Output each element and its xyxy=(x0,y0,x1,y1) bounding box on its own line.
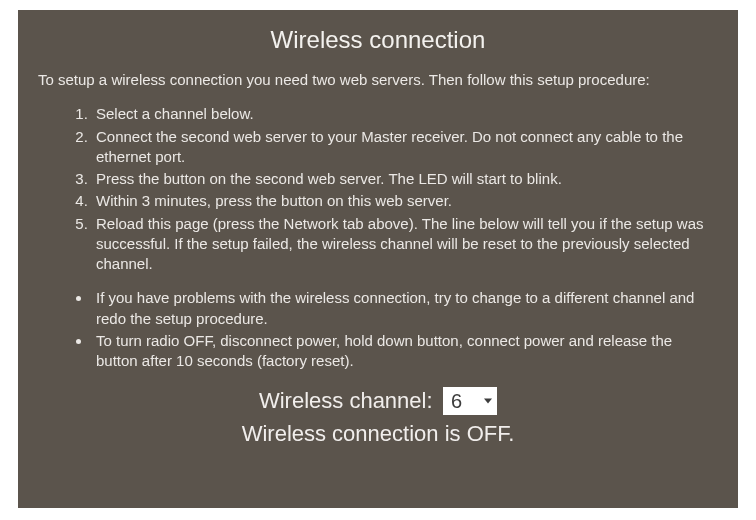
channel-select[interactable]: 6 xyxy=(443,387,497,415)
step-item: Reload this page (press the Network tab … xyxy=(92,214,718,275)
steps-list: Select a channel below. Connect the seco… xyxy=(38,104,718,274)
step-item: Connect the second web server to your Ma… xyxy=(92,127,718,168)
connection-status: Wireless connection is OFF. xyxy=(38,421,718,447)
step-item: Select a channel below. xyxy=(92,104,718,124)
channel-row: Wireless channel: 6 xyxy=(38,387,718,415)
notes-list: If you have problems with the wireless c… xyxy=(38,288,718,371)
channel-label: Wireless channel: xyxy=(259,388,433,413)
step-item: Within 3 minutes, press the button on th… xyxy=(92,191,718,211)
note-item: If you have problems with the wireless c… xyxy=(92,288,718,329)
channel-select-value: 6 xyxy=(451,390,462,412)
step-item: Press the button on the second web serve… xyxy=(92,169,718,189)
note-item: To turn radio OFF, disconnect power, hol… xyxy=(92,331,718,372)
page-title: Wireless connection xyxy=(38,26,718,54)
chevron-down-icon xyxy=(484,399,492,404)
wireless-panel: Wireless connection To setup a wireless … xyxy=(18,10,738,508)
intro-text: To setup a wireless connection you need … xyxy=(38,70,718,90)
